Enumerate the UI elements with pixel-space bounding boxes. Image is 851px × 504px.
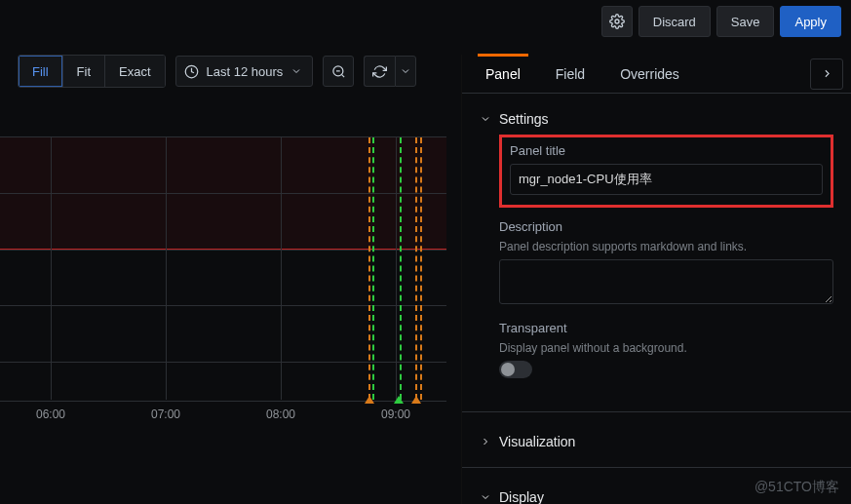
- panel-title-label: Panel title: [510, 143, 823, 158]
- view-mode-fit[interactable]: Fit: [63, 56, 105, 87]
- section-settings-title: Settings: [499, 111, 549, 127]
- chevron-right-icon: [821, 67, 833, 80]
- panel-title-input[interactable]: [510, 164, 823, 195]
- clock-icon: [184, 64, 199, 79]
- x-tick: 08:00: [266, 407, 295, 421]
- panel-title-callout: Panel title: [499, 135, 833, 208]
- chevron-down-icon: [400, 65, 411, 77]
- collapse-panel-button[interactable]: [810, 58, 843, 90]
- transparent-toggle[interactable]: [499, 361, 532, 378]
- section-visualization-header[interactable]: Visualization: [480, 426, 833, 457]
- refresh-button[interactable]: [364, 56, 395, 87]
- transparent-label: Transparent: [499, 321, 833, 335]
- chart-annotation-marker: [368, 137, 370, 400]
- transparent-help: Display panel without a background.: [499, 341, 833, 355]
- chart-gridline: [0, 362, 446, 363]
- settings-gear-button[interactable]: [601, 6, 633, 37]
- zoom-out-button[interactable]: [323, 56, 354, 87]
- chevron-down-icon: [480, 113, 491, 125]
- refresh-icon: [372, 64, 387, 79]
- svg-point-0: [615, 19, 619, 23]
- apply-button[interactable]: Apply: [780, 6, 841, 37]
- gear-icon: [609, 14, 625, 29]
- x-tick: 07:00: [151, 407, 180, 421]
- tab-panel[interactable]: Panel: [468, 55, 538, 94]
- tab-field[interactable]: Field: [538, 55, 602, 94]
- chart-gridline: [396, 137, 397, 400]
- save-button[interactable]: Save: [716, 6, 775, 37]
- time-range-label: Last 12 hours: [207, 64, 284, 79]
- view-mode-fill[interactable]: Fill: [19, 56, 63, 87]
- chevron-down-icon: [480, 491, 491, 503]
- chart-annotation-marker: [415, 137, 417, 400]
- chart-x-axis: 06:00 07:00 08:00 09:00: [0, 400, 446, 429]
- x-tick: 09:00: [381, 407, 410, 421]
- chart-gridline: [281, 137, 282, 400]
- description-help: Panel description supports markdown and …: [499, 240, 833, 253]
- chevron-right-icon: [480, 436, 491, 447]
- chart-annotation-marker: [372, 137, 374, 400]
- description-textarea[interactable]: [499, 259, 833, 304]
- chart-gridline: [51, 137, 52, 400]
- chart-gridline: [0, 250, 446, 251]
- chevron-down-icon: [290, 65, 302, 77]
- side-panel: Panel Field Overrides Settings Panel tit…: [461, 55, 851, 504]
- view-mode-exact[interactable]: Exact: [105, 56, 165, 87]
- refresh-interval-dropdown[interactable]: [395, 56, 416, 87]
- tab-overrides[interactable]: Overrides: [602, 55, 697, 94]
- zoom-out-icon: [331, 64, 346, 79]
- watermark: @51CTO博客: [754, 479, 839, 496]
- svg-line-3: [341, 74, 344, 77]
- chart-gridline: [166, 137, 167, 400]
- view-mode-group: Fill Fit Exact: [18, 55, 166, 88]
- section-settings-header[interactable]: Settings: [480, 103, 833, 135]
- x-tick: 06:00: [36, 407, 65, 421]
- panel-tabs: Panel Field Overrides: [462, 55, 851, 94]
- section-display-title: Display: [499, 489, 544, 504]
- discard-button[interactable]: Discard: [638, 6, 711, 37]
- chart-annotation-marker: [420, 137, 422, 400]
- chart-gridline: [0, 305, 446, 306]
- description-label: Description: [499, 219, 833, 234]
- section-visualization-title: Visualization: [499, 434, 575, 449]
- chart-annotation-marker: [400, 137, 402, 400]
- chart-preview[interactable]: 06:00 07:00 08:00 09:00: [0, 136, 446, 429]
- chart-gridline: [0, 193, 446, 194]
- time-range-picker[interactable]: Last 12 hours: [175, 56, 314, 87]
